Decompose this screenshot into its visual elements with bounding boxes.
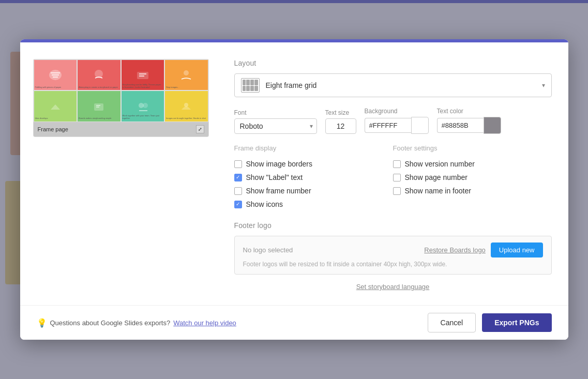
no-logo-text: No logo selected — [243, 246, 293, 254]
font-select[interactable]: Roboto Arial Helvetica Georgia — [234, 118, 317, 134]
modal-bottom-bar: 💡 Questions about Google Slides exports?… — [20, 305, 568, 340]
preview-cell-5: Idea develops — [34, 90, 78, 122]
text-color-wrap — [437, 117, 501, 134]
checkbox-show-page-number[interactable] — [393, 174, 401, 181]
label-show-label-text: Show "Label" text — [246, 173, 303, 181]
checkbox-show-image-borders[interactable] — [234, 160, 242, 168]
check-show-page-number[interactable]: Show page number — [393, 171, 552, 184]
export-modal: Fiddling with pieces of paper Attempting… — [20, 39, 568, 340]
layout-section: Layout Eight frame grid — [234, 59, 552, 97]
text-color-field-group: Text color — [437, 108, 501, 134]
background-field-group: Background — [365, 108, 429, 134]
preview-footer-label: Frame page — [38, 126, 68, 132]
restore-logo-button[interactable]: Restore Boards logo — [424, 246, 486, 254]
help-text-area: 💡 Questions about Google Slides exports?… — [37, 318, 236, 328]
check-show-image-borders[interactable]: Show image borders — [234, 157, 393, 171]
text-size-field-group: Text size — [325, 109, 356, 134]
layout-title: Layout — [234, 59, 552, 67]
preview-cell-1: Fiddling with pieces of paper — [34, 59, 78, 90]
background-color-swatch[interactable] — [411, 117, 429, 134]
layout-dropdown[interactable]: Eight frame grid ▾ — [234, 73, 552, 97]
modal-body: Fiddling with pieces of paper Attempting… — [20, 42, 568, 305]
check-show-icons[interactable]: Show icons — [234, 198, 393, 211]
footer-logo-section: Footer logo No logo selected Restore Boa… — [234, 221, 552, 275]
font-label: Font — [234, 109, 317, 116]
preview-cell-8: Images are brought together. Hands in sh… — [164, 90, 208, 122]
footer-settings-col: Footer settings Show version number Show… — [393, 144, 552, 211]
footer-logo-top: No logo selected Restore Boards logo Upl… — [243, 242, 543, 257]
frame-display-title: Frame display — [234, 144, 393, 152]
footer-settings-title: Footer settings — [393, 144, 552, 152]
font-select-wrap: Roboto Arial Helvetica Georgia — [234, 118, 317, 134]
check-show-version-number[interactable]: Show version number — [393, 157, 552, 171]
check-show-name-in-footer[interactable]: Show name in footer — [393, 184, 552, 198]
label-show-frame-number: Show frame number — [246, 187, 311, 195]
preview-cell-7: Work together with your team. Team just … — [121, 90, 165, 122]
help-bulb-icon: 💡 — [37, 318, 47, 328]
help-text-label: Questions about Google Slides exports? — [50, 319, 171, 327]
preview-cell-6: Boards makes storyboarding simple — [77, 90, 121, 122]
checkbox-show-label-text[interactable] — [234, 174, 242, 181]
check-show-frame-number[interactable]: Show frame number — [234, 184, 393, 198]
preview-footer-bar: Frame page ⤢ — [34, 122, 208, 137]
cancel-button[interactable]: Cancel — [428, 313, 476, 332]
checks-row: Frame display Show image borders Show "L… — [234, 144, 552, 211]
footer-logo-title: Footer logo — [234, 221, 552, 230]
footer-logo-box: No logo selected Restore Boards logo Upl… — [234, 236, 552, 275]
svg-point-6 — [184, 70, 189, 75]
checkbox-show-frame-number[interactable] — [234, 187, 242, 195]
set-language-button[interactable]: Set storyboard language — [234, 283, 552, 291]
background-label: Background — [365, 108, 429, 115]
preview-cell-2: Attempting to create a storyboard on pap… — [77, 59, 121, 90]
layout-selected-label: Eight frame grid — [266, 81, 536, 89]
action-buttons: Cancel Export PNGs — [428, 313, 552, 332]
settings-panel: Layout Eight frame grid — [222, 42, 568, 305]
text-size-input[interactable] — [325, 118, 356, 134]
svg-point-12 — [184, 103, 188, 107]
footer-logo-buttons: Restore Boards logo Upload new — [424, 242, 542, 257]
label-show-name-in-footer: Show name in footer — [405, 187, 471, 195]
svg-rect-5 — [137, 72, 148, 79]
preview-panel: Fiddling with pieces of paper Attempting… — [20, 42, 222, 305]
frame-display-col: Frame display Show image borders Show "L… — [234, 144, 393, 211]
footer-logo-hint: Footer logos will be resized to fit insi… — [243, 261, 543, 268]
text-color-swatch[interactable] — [484, 117, 501, 134]
label-show-version-number: Show version number — [405, 160, 475, 168]
font-row: Font Roboto Arial Helvetica Georgia Text… — [234, 108, 552, 134]
svg-point-11 — [143, 103, 148, 108]
preview-frame: Fiddling with pieces of paper Attempting… — [33, 59, 209, 137]
check-show-label-text[interactable]: Show "Label" text — [234, 171, 393, 184]
background-color-wrap — [365, 117, 429, 134]
preview-cell-3: Storyboarding can be fiddly. Throws pape… — [121, 59, 165, 90]
layout-dropdown-arrow: ▾ — [542, 82, 545, 89]
checkbox-show-version-number[interactable] — [393, 160, 401, 168]
layout-icon — [241, 78, 260, 93]
font-field-group: Font Roboto Arial Helvetica Georgia — [234, 109, 317, 134]
export-button[interactable]: Export PNGs — [482, 313, 551, 332]
background-color-input[interactable] — [365, 118, 411, 133]
label-show-image-borders: Show image borders — [246, 160, 312, 168]
preview-grid: Fiddling with pieces of paper Attempting… — [34, 59, 208, 122]
upload-logo-button[interactable]: Upload new — [491, 242, 543, 257]
help-link-button[interactable]: Watch our help video — [173, 319, 236, 327]
preview-cell-4: Stop images... — [164, 59, 208, 90]
text-color-input[interactable] — [437, 118, 484, 133]
preview-resize-icon[interactable]: ⤢ — [196, 125, 204, 133]
checkbox-show-icons[interactable] — [234, 201, 242, 208]
label-show-page-number: Show page number — [405, 173, 468, 181]
checkbox-show-name-in-footer[interactable] — [393, 187, 401, 195]
text-size-label: Text size — [325, 109, 356, 116]
label-show-icons: Show icons — [246, 200, 283, 208]
text-color-label: Text color — [437, 108, 501, 115]
